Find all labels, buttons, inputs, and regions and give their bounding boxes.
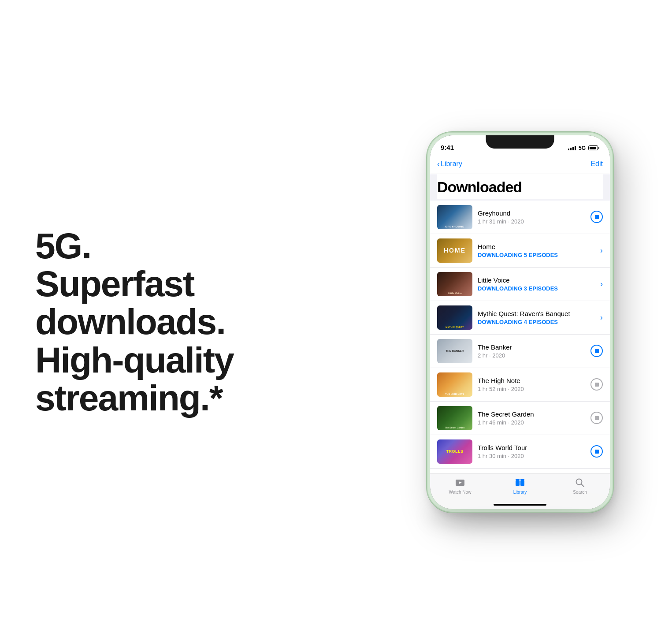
movie-action-little-voice[interactable]: › [600,279,603,289]
page-title-section: Downloaded [437,174,603,199]
content-area: Greyhound 1 hr 31 min · 2020 [430,201,610,473]
movie-action-greyhound[interactable] [590,211,603,223]
movie-title: Mythic Quest: Raven's Banquet [478,310,597,317]
tab-label-watch-now: Watch Now [449,490,472,495]
search-icon [574,477,586,488]
nav-bar: ‹ Library Edit [430,155,610,174]
battery-body [588,145,598,150]
phone-shadow [428,507,612,525]
battery-icon [588,145,599,150]
movie-thumbnail-banker [437,339,472,363]
phone-wrapper: 9:41 5G [405,133,635,512]
movie-title: The Secret Garden [478,410,587,418]
movie-info-high-note: The High Note 1 hr 52 min · 2020 [478,377,587,392]
downloaded-icon-gray [590,412,603,424]
movie-thumbnail-little-voice [437,272,472,296]
movie-title: Home [478,243,597,250]
tab-search[interactable]: Search [562,477,598,495]
movie-thumbnail-greyhound [437,205,472,229]
list-item[interactable]: Greyhound 1 hr 31 min · 2020 [430,201,610,234]
downloaded-icon-blue [590,211,603,223]
signal-bar-2 [570,148,572,150]
movie-thumbnail-mythic [437,305,472,330]
movie-meta: 1 hr 31 min · 2020 [478,218,587,225]
notch [486,135,554,149]
download-status: DOWNLOADING 3 EPISODES [478,285,597,292]
tab-label-library: Library [513,490,527,495]
tab-watch-now[interactable]: Watch Now [442,477,478,495]
battery-fill [590,147,596,149]
movie-thumbnail-home [437,238,472,263]
svg-rect-4 [516,479,520,480]
download-status: DOWNLOADING 5 EPISODES [478,252,597,258]
stop-square-icon [595,215,599,219]
movie-info-greyhound: Greyhound 1 hr 31 min · 2020 [478,209,587,225]
movie-action-home[interactable]: › [600,246,603,255]
svg-rect-2 [516,480,520,486]
movie-title: Trolls World Tour [478,444,587,451]
stop-square-icon [595,349,599,353]
movie-info-little-voice: Little Voice DOWNLOADING 3 EPISODES [478,276,597,292]
downloaded-icon-gray [590,378,603,391]
library-icon [514,477,526,488]
movie-action-banker[interactable] [590,345,603,357]
iphone-device: 9:41 5G [427,133,613,512]
movie-info-home: Home DOWNLOADING 5 EPISODES [478,243,597,258]
svg-rect-5 [520,479,524,480]
tab-label-search: Search [573,490,587,495]
list-item[interactable]: Little Voice DOWNLOADING 3 EPISODES › [430,268,610,301]
svg-line-7 [581,484,584,487]
movie-thumbnail-trolls [437,439,472,464]
movie-info-secret-garden: The Secret Garden 1 hr 46 min · 2020 [478,410,587,426]
headline-line4: High-quality [35,341,247,379]
list-item[interactable]: The High Note 1 hr 52 min · 2020 [430,368,610,402]
battery-tip [598,147,599,149]
page-title: Downloaded [437,179,603,196]
back-button[interactable]: ‹ Library [437,160,462,169]
headline-line3: downloads. [35,303,247,341]
signal-bar-4 [575,146,576,150]
chevron-right-icon: › [600,246,603,255]
movie-info-trolls: Trolls World Tour 1 hr 30 min · 2020 [478,444,587,459]
movie-info-banker: The Banker 2 hr · 2020 [478,343,587,359]
signal-bar-1 [568,149,569,150]
chevron-right-icon: › [600,313,603,322]
list-item[interactable]: The Banker 2 hr · 2020 [430,335,610,368]
back-label: Library [441,160,462,168]
movie-meta: 1 hr 30 min · 2020 [478,453,587,459]
edit-button[interactable]: Edit [590,160,603,168]
list-item[interactable]: Home DOWNLOADING 5 EPISODES › [430,234,610,268]
list-item[interactable]: Mythic Quest: Raven's Banquet DOWNLOADIN… [430,301,610,335]
status-icons: 5G [568,145,599,152]
marketing-headline: 5G. Superfast downloads. High-quality st… [35,227,247,417]
movie-meta: 2 hr · 2020 [478,352,587,359]
movie-action-trolls[interactable] [590,445,603,458]
headline-line2: Superfast [35,265,247,303]
phone-inner-bezel: 9:41 5G [430,135,610,509]
home-indicator [494,504,546,506]
list-item[interactable]: The Secret Garden 1 hr 46 min · 2020 [430,402,610,435]
tab-library[interactable]: Library [502,477,538,495]
list-item[interactable]: Trolls World Tour 1 hr 30 min · 2020 [430,435,610,469]
stop-square-icon [595,416,599,420]
movie-action-mythic[interactable]: › [600,313,603,322]
stop-square-icon [595,450,599,454]
download-status: DOWNLOADING 4 EPISODES [478,319,597,325]
movie-title: Greyhound [478,209,587,217]
movie-title: Little Voice [478,276,597,284]
movie-title: The Banker [478,343,587,351]
movie-info-mythic: Mythic Quest: Raven's Banquet DOWNLOADIN… [478,310,597,325]
svg-rect-3 [520,480,524,486]
downloaded-icon-blue [590,345,603,357]
movie-meta: 1 hr 52 min · 2020 [478,386,587,392]
movie-action-secret-garden[interactable] [590,412,603,424]
back-chevron-icon: ‹ [437,160,440,169]
movie-thumbnail-high-note [437,372,472,397]
signal-bar-3 [572,147,574,150]
headline-line5: streaming.* [35,379,247,417]
phone-screen: 9:41 5G [430,135,610,509]
signal-strength [568,146,576,150]
movie-action-high-note[interactable] [590,378,603,391]
network-type: 5G [579,145,586,151]
left-text-section: 5G. Superfast downloads. High-quality st… [35,227,247,417]
